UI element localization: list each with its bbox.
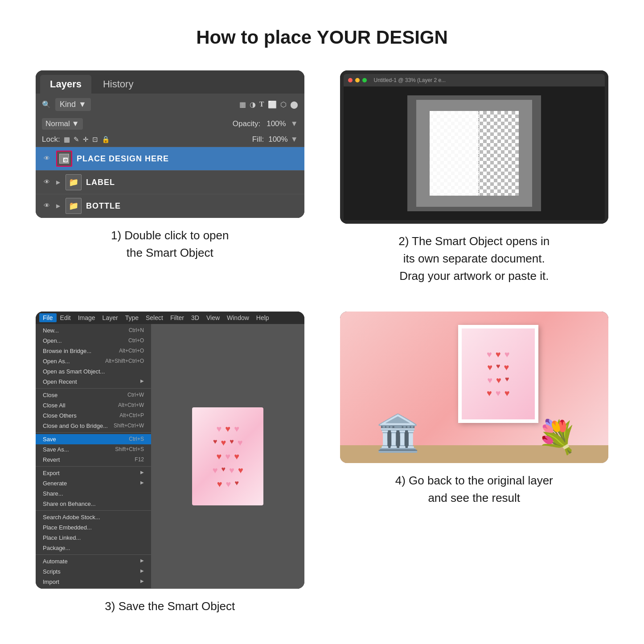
layer-row-bottle[interactable]: 👁 ▶ 📁 BOTTLE	[36, 194, 304, 218]
menu-automate[interactable]: Automate	[36, 556, 151, 566]
menu-browse-bridge[interactable]: Browse in Bridge...Alt+Ctrl+O	[36, 346, 151, 356]
heart-icon: ♥	[234, 479, 239, 489]
window-menu-item[interactable]: Window	[223, 313, 253, 322]
menu-section-4: Export Generate Share... Share on Behanc…	[36, 467, 151, 511]
lock-all-icon[interactable]: ⊡	[92, 135, 98, 144]
menu-import[interactable]: Import	[36, 577, 151, 587]
pixel-filter-icon[interactable]: ▦	[239, 100, 246, 109]
layers-panel: Layers History 🔍 Kind ▼ ▦ ◑ T ⬜ ⬡	[36, 70, 304, 218]
edit-menu-item[interactable]: Edit	[57, 313, 74, 322]
file-menu-content: New...Ctrl+N Open...Ctrl+O Browse in Bri…	[36, 324, 304, 589]
menu-close[interactable]: CloseCtrl+W	[36, 390, 151, 400]
step-4-image: ♥ ♥ ♥ ♥ ♥ ♥ ♥ ♥ ♥	[340, 312, 609, 463]
lock-move-icon[interactable]: ✛	[83, 135, 89, 144]
ps-menubar: File Edit Image Layer Type Select Filter…	[36, 312, 304, 324]
menu-adobe-stock[interactable]: Search Adobe Stock...	[36, 512, 151, 522]
tab-layers[interactable]: Layers	[40, 75, 91, 94]
layer-row-design[interactable]: 👁 ⊡ PLACE DESIGN HERE	[36, 147, 304, 171]
step-3-image: File Edit Image Layer Type Select Filter…	[36, 312, 304, 589]
menu-open-smart[interactable]: Open as Smart Object...	[36, 366, 151, 377]
expand-arrow-label[interactable]: ▶	[56, 179, 60, 186]
menu-save-as[interactable]: Save As...Shift+Ctrl+S	[36, 444, 151, 455]
blend-mode-dropdown[interactable]: Normal ▼	[42, 118, 83, 130]
dropdown-menu: New...Ctrl+N Open...Ctrl+O Browse in Bri…	[36, 324, 152, 589]
menu-section-1: New...Ctrl+N Open...Ctrl+O Browse in Bri…	[36, 324, 151, 389]
menu-section-3: SaveCtrl+S Save As...Shift+Ctrl+S Revert…	[36, 433, 151, 467]
lock-artboard-icon[interactable]: 🔒	[102, 135, 110, 144]
heart-icon-result: ♥	[505, 349, 510, 360]
menu-open-recent[interactable]: Open Recent	[36, 377, 151, 387]
3d-menu-item[interactable]: 3D	[188, 313, 203, 322]
select-menu-item[interactable]: Select	[142, 313, 167, 322]
adjustment-filter-icon[interactable]: ◑	[250, 100, 256, 109]
layer-menu-item[interactable]: Layer	[99, 313, 122, 322]
layer-filter-icons: ▦ ◑ T ⬜ ⬡ ⬤	[239, 100, 298, 109]
menu-section-6: Automate Scripts Import	[36, 555, 151, 589]
tab-history[interactable]: History	[93, 75, 143, 94]
heart-icon: ♥	[234, 424, 239, 434]
menu-open-as[interactable]: Open As...Alt+Shift+Ctrl+O	[36, 356, 151, 366]
menu-revert[interactable]: RevertF12	[36, 455, 151, 465]
menu-scripts[interactable]: Scripts	[36, 566, 151, 577]
expand-arrow-bottle[interactable]: ▶	[56, 203, 60, 209]
heart-icon: ♥	[222, 465, 226, 476]
visibility-icon-bottle[interactable]: 👁	[42, 202, 52, 209]
visibility-icon-design[interactable]: 👁	[42, 155, 52, 162]
maximize-dot[interactable]	[362, 78, 367, 82]
toggle-filter-icon[interactable]: ⬤	[290, 100, 298, 109]
smartobj-filter-icon[interactable]: ⬡	[280, 100, 287, 109]
menu-generate[interactable]: Generate	[36, 478, 151, 488]
menu-new[interactable]: New...Ctrl+N	[36, 325, 151, 336]
close-dot[interactable]	[348, 78, 353, 82]
menu-save[interactable]: SaveCtrl+S	[36, 434, 151, 444]
white-area	[430, 111, 479, 196]
view-menu-item[interactable]: View	[203, 313, 223, 322]
heart-icon: ♥	[217, 479, 222, 489]
type-menu-item[interactable]: Type	[122, 313, 142, 322]
filter-menu-item[interactable]: Filter	[167, 313, 188, 322]
menu-place-linked[interactable]: Place Linked...	[36, 533, 151, 543]
heart-icon-result: ♥	[504, 362, 509, 373]
heart-icon: ♥	[230, 438, 234, 448]
lock-position-icon[interactable]: ✎	[74, 135, 79, 144]
lock-pixels-icon[interactable]: ▦	[64, 135, 70, 144]
heart-icon-result: ♥	[487, 388, 492, 398]
mode-row: Normal ▼ Opacity: 100% ▼	[36, 115, 304, 132]
step-1-caption: 1) Double click to open the Smart Object	[111, 227, 229, 262]
menu-close-others[interactable]: Close OthersAlt+Ctrl+P	[36, 410, 151, 421]
heart-icon: ♥	[238, 465, 243, 476]
fill-group: Fill: 100% ▼	[252, 135, 298, 144]
kind-dropdown[interactable]: Kind ▼	[55, 98, 91, 111]
step-4-caption: 4) Go back to the original layer and see…	[395, 472, 553, 507]
heart-icon-result: ♥	[487, 362, 492, 373]
ps-titlebar: Untitled-1 @ 33% (Layer 2 e...	[344, 74, 605, 86]
menu-package[interactable]: Package...	[36, 543, 151, 553]
frame-inner: ♥ ♥ ♥ ♥ ♥ ♥ ♥ ♥ ♥	[462, 328, 535, 419]
folder-thumb-bottle: 📁	[66, 198, 82, 214]
help-menu-item[interactable]: Help	[253, 313, 273, 322]
step-4: ♥ ♥ ♥ ♥ ♥ ♥ ♥ ♥ ♥	[340, 312, 609, 615]
layer-name-design: PLACE DESIGN HERE	[77, 154, 169, 164]
ps-canvas	[344, 86, 605, 220]
menu-export[interactable]: Export	[36, 468, 151, 478]
visibility-icon-label[interactable]: 👁	[42, 179, 52, 186]
layer-row-label[interactable]: 👁 ▶ 📁 LABEL	[36, 171, 304, 194]
minimize-dot[interactable]	[355, 78, 360, 82]
heart-icon-result: ♥	[496, 349, 501, 360]
shape-filter-icon[interactable]: ⬜	[268, 100, 277, 109]
step-2-caption: 2) The Smart Object opens in its own sep…	[398, 233, 550, 285]
menu-share-behance[interactable]: Share on Behance...	[36, 499, 151, 509]
heart-icon: ♥	[221, 438, 226, 448]
layers-tabs: Layers History	[36, 70, 304, 94]
image-menu-item[interactable]: Image	[74, 313, 99, 322]
menu-open[interactable]: Open...Ctrl+O	[36, 336, 151, 346]
cupid-figurine: 🏛️	[376, 412, 420, 454]
file-menu-item[interactable]: File	[39, 313, 57, 322]
search-icon: 🔍	[42, 100, 51, 109]
step3-hearts-preview: ♥ ♥ ♥ ♥ ♥ ♥ ♥ ♥	[152, 324, 304, 589]
menu-share[interactable]: Share...	[36, 488, 151, 499]
menu-place-embedded[interactable]: Place Embedded...	[36, 522, 151, 533]
text-filter-icon[interactable]: T	[259, 100, 264, 109]
menu-close-all[interactable]: Close AllAlt+Ctrl+W	[36, 400, 151, 410]
menu-close-bridge[interactable]: Close and Go to Bridge...Shift+Ctrl+W	[36, 421, 151, 431]
